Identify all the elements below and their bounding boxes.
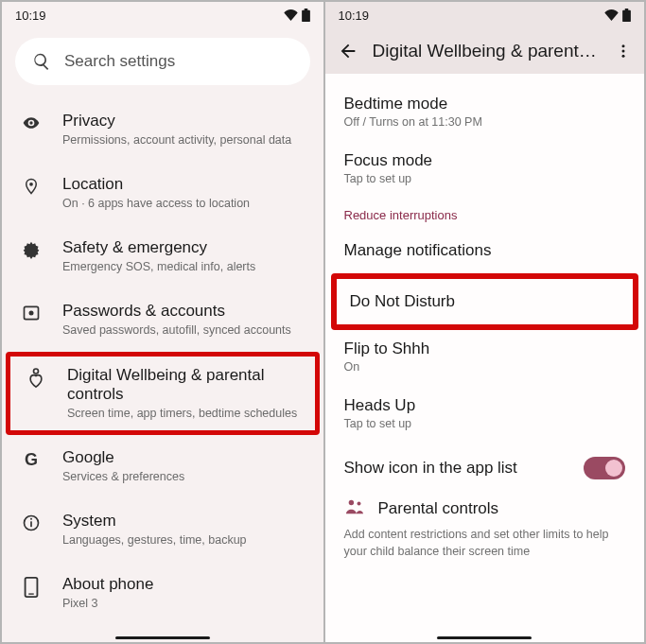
status-icons [284,9,310,22]
back-arrow-icon [338,41,358,61]
item-title: Bedtime mode [344,95,626,113]
family-icon [344,498,365,519]
item-title: About phone [62,575,306,594]
item-sub: Pixel 3 [62,596,306,612]
settings-item-safety[interactable]: Safety & emergency Emergency SOS, medica… [2,225,323,288]
search-icon [32,52,51,71]
overflow-menu[interactable] [612,43,635,60]
settings-item-privacy[interactable]: Privacy Permissions, account activity, p… [2,98,323,162]
content: Bedtime mode Off / Turns on at 11:30 PM … [325,74,645,642]
item-sub: Permissions, account activity, personal … [62,132,306,148]
svg-rect-5 [30,522,32,528]
switch-label: Show icon in the app list [344,459,517,478]
status-time: 10:19 [339,9,370,23]
more-vert-icon [615,43,632,60]
item-show-icon[interactable]: Show icon in the app list [325,444,645,493]
status-icons [604,9,631,22]
item-manage-notifications[interactable]: Manage notifications [325,228,645,273]
item-sub: Emergency SOS, medical info, alerts [62,259,306,275]
svg-point-10 [622,50,625,53]
item-title: Location [62,175,306,194]
item-sub: On [344,360,626,374]
phone-icon [19,575,44,598]
wifi-icon [604,9,619,21]
item-title: Flip to Shhh [344,339,626,358]
highlight-digital-wellbeing: Digital Wellbeing & parental controls Sc… [6,352,320,436]
item-do-not-disturb[interactable]: Do Not Disturb [337,279,634,324]
settings-list: Privacy Permissions, account activity, p… [2,98,323,642]
item-sub: Off / Turns on at 11:30 PM [344,115,626,129]
appbar-title: Digital Wellbeing & parental... [373,41,602,61]
item-parental-controls[interactable]: Parental controls Add content restrictio… [325,493,645,560]
item-focus-mode[interactable]: Focus mode Tap to set up [325,142,645,199]
back-button[interactable] [335,41,361,61]
svg-point-2 [29,310,34,315]
settings-item-system[interactable]: System Languages, gestures, time, backup [2,498,323,562]
item-sub: Tap to set up [344,417,626,430]
svg-point-0 [29,183,33,186]
key-icon [19,302,44,322]
svg-point-12 [348,500,353,505]
parental-title: Parental controls [378,499,499,518]
status-time: 10:19 [15,9,46,23]
privacy-icon [19,112,44,132]
settings-item-digital-wellbeing[interactable]: Digital Wellbeing & parental controls Sc… [10,357,315,431]
settings-item-about[interactable]: About phone Pixel 3 [2,562,323,625]
svg-rect-8 [28,594,34,595]
safety-icon [19,238,44,259]
battery-icon [622,9,631,22]
search-settings[interactable]: Search settings [15,38,310,85]
parental-desc: Add content restrictions and set other l… [344,527,626,560]
svg-point-13 [357,501,360,505]
nav-handle[interactable] [437,636,532,639]
info-icon [19,512,44,532]
battery-icon [302,9,310,22]
item-sub: Tap to set up [344,172,626,185]
show-icon-switch[interactable] [584,457,625,479]
item-title: Digital Wellbeing & parental controls [67,366,302,404]
digital-wellbeing-screen: 10:19 Digital Wellbeing & parental... Be… [323,2,645,642]
item-heads-up[interactable]: Heads Up Tap to set up [325,387,645,444]
nav-handle[interactable] [115,636,210,639]
item-title: Privacy [62,112,306,131]
wellbeing-icon [24,366,48,389]
item-title: Heads Up [344,396,626,415]
item-sub: On · 6 apps have access to location [62,196,306,212]
settings-main-screen: 10:19 Search settings Privacy Permission… [2,2,323,642]
item-sub: Services & preferences [62,469,306,485]
location-icon [19,175,44,196]
item-title: Passwords & accounts [62,302,306,321]
item-bedtime-mode[interactable]: Bedtime mode Off / Turns on at 11:30 PM [325,85,645,142]
svg-point-11 [622,55,625,58]
item-title: System [62,512,306,531]
settings-item-passwords[interactable]: Passwords & accounts Saved passwords, au… [2,288,323,352]
svg-point-9 [622,44,625,47]
search-placeholder: Search settings [64,52,175,71]
google-icon: G [19,448,44,470]
item-title: Google [62,448,306,467]
wifi-icon [284,9,298,21]
svg-point-6 [30,518,32,520]
item-sub: Saved passwords, autofill, synced accoun… [62,322,306,339]
status-bar: 10:19 [2,2,323,28]
highlight-dnd: Do Not Disturb [331,273,639,330]
appbar: Digital Wellbeing & parental... [325,28,645,74]
settings-item-location[interactable]: Location On · 6 apps have access to loca… [2,162,323,225]
svg-point-3 [34,369,39,374]
section-reduce-interruptions: Reduce interruptions [325,199,645,228]
settings-item-google[interactable]: G Google Services & preferences [2,435,323,498]
item-title: Focus mode [344,151,626,170]
item-title: Safety & emergency [62,238,306,257]
item-flip-to-shhh[interactable]: Flip to Shhh On [325,330,645,387]
status-bar: 10:19 [325,2,645,28]
item-sub: Languages, gestures, time, backup [62,532,306,548]
item-sub: Screen time, app timers, bedtime schedul… [67,406,302,422]
